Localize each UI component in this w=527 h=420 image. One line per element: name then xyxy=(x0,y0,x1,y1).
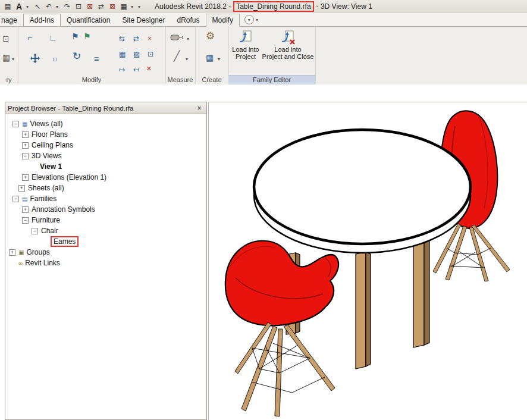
mirror-icon[interactable]: ⇆ xyxy=(119,34,125,43)
geometry-icon-1[interactable]: ⊡ xyxy=(2,34,10,43)
component-icon[interactable]: ▦ xyxy=(206,53,214,62)
qat-customize-icon[interactable]: ▾ xyxy=(138,4,142,10)
paint-icon[interactable]: ⚑ xyxy=(71,32,79,41)
close-inactive-icon[interactable]: ⊠ xyxy=(86,2,94,11)
undo-icon[interactable]: ↶ xyxy=(45,2,53,11)
tree-label: Groups xyxy=(26,248,49,256)
offset-icon[interactable]: ○ xyxy=(52,54,57,64)
measure-caret-icon[interactable]: ▾ xyxy=(187,36,189,42)
family-types-icon[interactable]: ⚙ xyxy=(206,32,215,41)
groups-icon: ▣ xyxy=(18,249,24,256)
tree-item-sheets-all[interactable]: Sheets (all) xyxy=(5,183,206,193)
paint-alt-icon[interactable]: ⚑ xyxy=(83,32,91,41)
tree-item-eames[interactable]: Eames xyxy=(5,236,206,247)
delete-icon[interactable]: × xyxy=(146,64,152,73)
measure-tape-icon[interactable] xyxy=(170,34,184,41)
transfer-icon[interactable]: ⇄ xyxy=(97,2,105,11)
expand-icon[interactable] xyxy=(9,249,15,256)
undo-caret-icon[interactable]: ▾ xyxy=(56,4,60,10)
tree-item-3d-views[interactable]: 3D Views xyxy=(5,151,206,161)
tab-add-ins[interactable]: Add-Ins xyxy=(23,14,61,26)
ribbon-display-toggle[interactable]: ▾ ▾ xyxy=(244,15,260,24)
switch-windows-icon[interactable]: ▦ xyxy=(120,2,128,11)
load-project-label-line2: Project xyxy=(231,53,261,60)
tree-label: Eames xyxy=(54,237,76,246)
tree-label: Revit Links xyxy=(25,259,60,267)
revit-logo[interactable]: A xyxy=(15,2,23,11)
collapse-icon[interactable] xyxy=(12,121,19,127)
ribbon-tab-bar: nage Add-Ins Quantification Site Designe… xyxy=(0,13,527,26)
collapse-icon[interactable] xyxy=(22,153,29,159)
tree-label: Ceiling Plans xyxy=(32,141,73,149)
scale-icon[interactable]: ▨ xyxy=(133,49,140,59)
tree-item-ceiling-plans[interactable]: Ceiling Plans xyxy=(5,140,206,151)
open-doc-icon[interactable]: ⊡ xyxy=(74,2,83,11)
tree-item-families[interactable]: ▤ Families xyxy=(5,193,206,204)
project-browser-close-icon[interactable]: × xyxy=(195,104,204,112)
tree-item-chair[interactable]: Chair xyxy=(5,225,206,236)
ruler-caret-icon[interactable]: ▾ xyxy=(186,57,188,62)
project-browser-tree: ▦ Views (all) Floor Plans Ceiling Plans … xyxy=(5,114,206,419)
expand-icon[interactable] xyxy=(22,174,29,181)
tree-label: Floor Plans xyxy=(32,130,68,139)
load-into-project-button[interactable]: Load into Project xyxy=(231,29,261,74)
extend-icon[interactable]: ↤ xyxy=(133,65,139,74)
tab-modify[interactable]: Modify xyxy=(206,14,240,27)
tab-quantification[interactable]: Quantification xyxy=(61,14,116,26)
trim-icon[interactable]: ↦ xyxy=(119,65,125,74)
tree-item-revit-links[interactable]: ∞ Revit Links xyxy=(5,258,206,268)
sheets-close-icon[interactable]: ⊠ xyxy=(108,2,117,11)
array-icon[interactable]: ▦ xyxy=(119,49,126,59)
title-suffix: - 3D View: View 1 xyxy=(316,2,372,11)
tree-item-groups[interactable]: ▣ Groups xyxy=(5,247,206,258)
families-icon: ▤ xyxy=(22,196,27,202)
app-caret-icon[interactable]: ▾ xyxy=(26,4,30,10)
3d-view-canvas[interactable] xyxy=(209,102,527,420)
expand-icon[interactable] xyxy=(18,185,25,192)
rotate-icon[interactable]: ↻ xyxy=(73,52,81,61)
move-icon[interactable] xyxy=(30,53,40,64)
panel-modify: ⌐ ∟ ⚑ ⚑ ○ ↻ ≡ ⇆ ⇄ × ▦ ▨ ⊡ ↦ ↤ × Modify xyxy=(18,27,166,84)
modify-cursor-icon[interactable]: ↖ xyxy=(33,2,42,11)
geometry-caret-icon[interactable]: ▾ xyxy=(12,57,14,62)
tree-label: Families xyxy=(30,195,57,203)
revit-window: Autodesk Revit 2018.2 - Table_Dining Rou… xyxy=(0,0,527,420)
cut-geometry-icon[interactable]: ∟ xyxy=(49,33,57,42)
expand-icon[interactable] xyxy=(22,206,29,213)
geometry-icon-2[interactable]: ▦ xyxy=(2,53,10,62)
collapse-icon[interactable] xyxy=(32,228,38,234)
collapse-icon[interactable] xyxy=(12,196,19,202)
app-menu-icon[interactable]: ▤ xyxy=(4,2,12,11)
collapse-icon[interactable] xyxy=(22,217,29,224)
tab-manage-partial[interactable]: nage xyxy=(0,14,23,26)
load-project-label-line1: Load into xyxy=(231,46,261,53)
ribbon-cycle-caret-icon[interactable]: ▾ xyxy=(256,17,260,23)
drawing-area[interactable] xyxy=(208,102,527,420)
project-browser-panel: Project Browser - Table_Dining Round.rfa… xyxy=(5,102,207,420)
tab-drofus[interactable]: dRofus xyxy=(171,14,206,26)
tab-site-designer[interactable]: Site Designer xyxy=(116,14,171,26)
create-caret-icon[interactable]: ▾ xyxy=(218,57,220,62)
panel-label-family-editor: Family Editor xyxy=(228,75,315,84)
tree-item-furniture[interactable]: Furniture xyxy=(5,215,206,225)
redo-icon[interactable]: ↷ xyxy=(63,2,71,11)
align-icon[interactable]: ≡ xyxy=(94,54,99,64)
tree-item-annotation-symbols[interactable]: Annotation Symbols xyxy=(5,204,206,215)
windows-caret-icon[interactable]: ▾ xyxy=(131,4,135,10)
project-browser-header[interactable]: Project Browser - Table_Dining Round.rfa… xyxy=(5,102,206,114)
tree-item-elevations[interactable]: Elevations (Elevation 1) xyxy=(5,172,206,183)
expand-icon[interactable] xyxy=(22,131,29,138)
ruler-icon[interactable]: ╱ xyxy=(174,52,180,61)
delete-small-icon[interactable]: × xyxy=(148,34,152,43)
expand-icon[interactable] xyxy=(22,142,29,149)
mirror-axis-icon[interactable]: ⇄ xyxy=(133,34,139,43)
pin-icon[interactable]: ⊡ xyxy=(148,49,153,59)
tree-item-views-all[interactable]: ▦ Views (all) xyxy=(5,118,206,129)
load-into-project-and-close-button[interactable]: Load into Project and Close xyxy=(262,29,314,74)
ribbon-cycle-icon[interactable]: ▾ xyxy=(244,15,254,24)
tree-item-floor-plans[interactable]: Floor Plans xyxy=(5,129,206,140)
cope-icon[interactable]: ⌐ xyxy=(27,33,32,42)
panel-left-cut: ⊡ ▦ ▾ ry xyxy=(0,27,18,84)
quick-access-toolbar: ▤ A ▾ ↖ ↶ ▾ ↷ ⊡ ⊠ ⇄ ⊠ ▦ ▾ ▾ xyxy=(0,2,142,11)
tree-item-view-1[interactable]: View 1 xyxy=(5,161,206,172)
